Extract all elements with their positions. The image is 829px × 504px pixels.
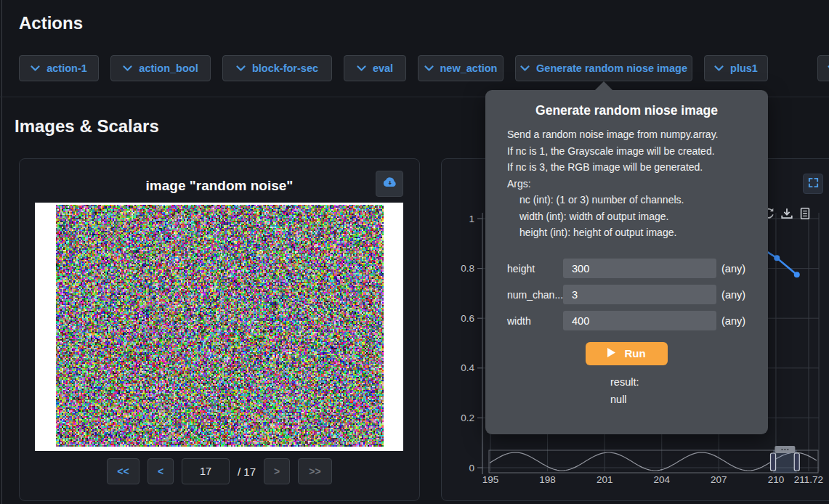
result-label: result:: [610, 373, 746, 391]
field-type-hint: (any): [721, 289, 745, 301]
description-line: If nc is 1, the Grayscale image will be …: [507, 143, 746, 160]
action-popup: Generate random niose image Send a rando…: [485, 90, 768, 434]
fullscreen-button[interactable]: [803, 174, 823, 194]
action-button-label: eval: [373, 62, 393, 74]
chart-toolbar: [762, 207, 812, 220]
run-button[interactable]: Run: [586, 342, 668, 365]
svg-text:1: 1: [469, 214, 474, 224]
popup-title: Generate random niose image: [507, 103, 746, 118]
description-arg-line: height (int): height of output image.: [507, 224, 746, 241]
page-number-input[interactable]: [182, 458, 230, 484]
download-icon[interactable]: [780, 207, 793, 220]
field-label: height: [507, 263, 563, 275]
chevron-down-icon: [31, 65, 40, 72]
field-row-num-channels: num_chan... (any): [507, 285, 746, 305]
result-value: null: [610, 391, 746, 408]
random-noise-image: [56, 205, 384, 447]
chevron-down-icon: [236, 65, 246, 72]
play-icon: [607, 347, 615, 359]
popup-arrow: [595, 81, 612, 90]
action-button-label: plus1: [730, 62, 758, 74]
field-row-width: width (any): [507, 311, 746, 331]
pagination-prev-button[interactable]: <: [147, 458, 174, 484]
field-label: width: [507, 315, 563, 327]
pagination-last-button[interactable]: >>: [298, 458, 332, 484]
action-button-new-action[interactable]: new_action: [418, 55, 504, 81]
actions-row: action-1 action_bool block-for-sec eval …: [19, 55, 768, 81]
download-image-button[interactable]: [376, 171, 403, 197]
action-button-label: action_bool: [139, 62, 198, 74]
description-line: Send a random noise image from numpy.arr…: [507, 126, 746, 143]
image-card: image "random noise" << < / 17 > >>: [19, 158, 420, 501]
svg-text:207: 207: [711, 474, 727, 485]
chevron-down-icon: [424, 65, 434, 72]
svg-text:211.72: 211.72: [794, 474, 823, 485]
action-button-action-1[interactable]: action-1: [19, 55, 99, 81]
action-button-label: new_action: [440, 62, 498, 74]
actions-section-title: Actions: [19, 13, 83, 33]
popup-description: Send a random noise image from numpy.arr…: [507, 126, 746, 241]
field-row-height: height (any): [507, 259, 746, 279]
action-button-partial[interactable]: [817, 55, 829, 81]
num-channels-field[interactable]: [563, 285, 716, 304]
action-button-generate-random-niose-image[interactable]: Generate random niose image: [515, 55, 692, 81]
svg-text:0.2: 0.2: [461, 412, 474, 423]
description-arg-line: width (int): width of output image.: [507, 208, 746, 225]
action-button-label: action-1: [46, 62, 87, 74]
svg-text:201: 201: [597, 474, 613, 485]
height-field[interactable]: [563, 259, 716, 278]
result-block: result: null: [507, 373, 746, 408]
pagination-next-button[interactable]: >: [264, 458, 290, 484]
action-button-plus1[interactable]: plus1: [704, 55, 768, 81]
svg-text:195: 195: [482, 474, 499, 485]
action-button-label: Generate random niose image: [536, 62, 687, 74]
image-card-title: image "random noise": [20, 178, 419, 194]
page-total-label: / 17: [238, 466, 256, 478]
field-type-hint: (any): [721, 263, 745, 275]
svg-text:0.8: 0.8: [461, 263, 474, 274]
chevron-down-icon: [714, 65, 724, 72]
action-button-action-bool[interactable]: action_bool: [110, 55, 211, 81]
chevron-down-icon: [357, 65, 366, 72]
run-button-label: Run: [624, 347, 645, 359]
data-file-icon[interactable]: [798, 207, 812, 220]
pagination-first-button[interactable]: <<: [107, 458, 139, 484]
description-line: If nc is 3, the RGB image will be genera…: [507, 159, 746, 176]
svg-text:0.6: 0.6: [461, 313, 474, 324]
svg-text:198: 198: [539, 474, 556, 485]
fullscreen-icon: [808, 177, 819, 190]
action-button-block-for-sec[interactable]: block-for-sec: [222, 55, 332, 81]
svg-text:0: 0: [469, 463, 474, 473]
noise-image-frame: [35, 203, 403, 451]
description-arg-line: nc (int): (1 or 3) number of channels.: [507, 192, 746, 208]
description-line: Args:: [507, 176, 746, 192]
cloud-download-icon: [381, 176, 397, 191]
svg-text:0.4: 0.4: [461, 362, 474, 373]
action-button-label: block-for-sec: [252, 62, 318, 74]
pagination: << < / 17 > >>: [20, 458, 419, 484]
action-button-eval[interactable]: eval: [344, 55, 406, 81]
svg-text:210: 210: [768, 474, 785, 485]
field-type-hint: (any): [721, 315, 745, 327]
images-section-title: Images & Scalars: [15, 116, 159, 137]
chevron-down-icon: [520, 65, 530, 72]
width-field[interactable]: [563, 311, 716, 330]
svg-text:204: 204: [653, 474, 670, 485]
field-label: num_chan...: [507, 289, 563, 301]
chevron-down-icon: [123, 65, 132, 72]
left-edge-divider: [1, 0, 2, 504]
